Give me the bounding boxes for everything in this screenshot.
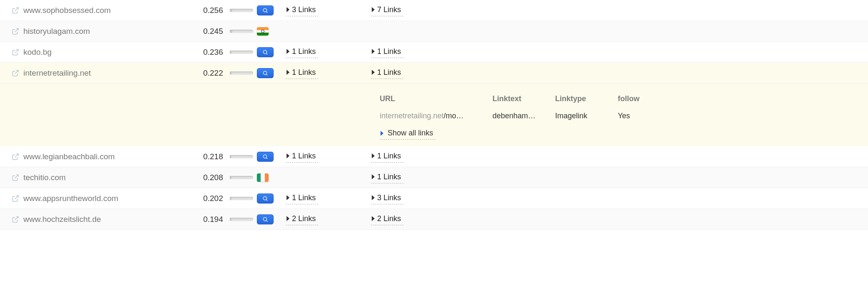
caret-right-icon [372, 216, 375, 221]
domain-link[interactable]: internetretailing.net [23, 69, 91, 78]
links-count-label: 1 Links [377, 47, 401, 56]
badge-cell [257, 5, 284, 15]
links-expander[interactable]: 1 Links [371, 67, 404, 79]
svg-point-5 [263, 217, 266, 221]
detail-linktext: debenham… [492, 112, 551, 120]
external-link-icon [12, 69, 19, 77]
search-badge[interactable] [257, 214, 274, 224]
svg-point-4 [263, 196, 266, 200]
col-url: URL [380, 94, 488, 103]
score-bar [226, 71, 257, 75]
caret-right-icon [287, 216, 289, 221]
score-value: 0.256 [192, 6, 226, 15]
links-col-1: 1 Links [284, 46, 368, 58]
show-all-links[interactable]: Show all links [380, 128, 436, 140]
external-link-icon [12, 48, 19, 56]
caret-right-icon [287, 70, 289, 75]
col-linktype: Linktype [555, 94, 614, 103]
links-count-label: 3 Links [377, 194, 401, 202]
external-link-icon [12, 174, 19, 181]
links-col-1: 2 Links [284, 214, 368, 225]
links-col-2: 2 Links [368, 214, 868, 225]
links-expander[interactable]: 1 Links [371, 46, 404, 58]
links-expander[interactable]: 2 Links [371, 214, 404, 225]
table-row: techitio.com0.2081 Links [0, 167, 868, 188]
links-col-1: 1 Links [284, 151, 368, 163]
links-count-label: 1 Links [377, 173, 401, 181]
links-expander[interactable]: 3 Links [371, 193, 404, 204]
col-linktext: Linktext [492, 94, 551, 103]
table-row: www.legianbeachbali.com0.2181 Links1 Lin… [0, 146, 868, 167]
search-badge[interactable] [257, 194, 274, 204]
badge-cell [257, 152, 284, 162]
score-bar [226, 30, 257, 33]
external-link-icon [12, 7, 19, 14]
link-detail-table: URLLinktextLinktypefollowinternetretaili… [380, 90, 739, 125]
row-expansion: URLLinktextLinktypefollowinternetretaili… [0, 84, 868, 146]
links-col-2: 7 Links [368, 5, 868, 16]
country-flag [257, 173, 269, 182]
external-link-icon [12, 28, 19, 35]
svg-point-2 [263, 71, 266, 74]
domain-link[interactable]: www.hochzeitslicht.de [23, 215, 101, 224]
caret-right-icon [287, 49, 289, 54]
caret-right-icon [287, 7, 289, 12]
country-flag [257, 27, 269, 36]
links-expander[interactable]: 2 Links [286, 214, 318, 225]
links-count-label: 1 Links [377, 68, 401, 77]
links-expander[interactable]: 1 Links [286, 46, 318, 58]
links-count-label: 1 Links [377, 152, 401, 160]
links-col-1: 1 Links [284, 67, 368, 79]
svg-point-0 [263, 8, 266, 12]
show-all-label: Show all links [388, 129, 433, 137]
badge-cell [257, 173, 284, 182]
links-col-1: 3 Links [284, 5, 368, 16]
domain-link[interactable]: www.sophobsessed.com [23, 6, 111, 15]
domain-link[interactable]: historyulagam.com [23, 27, 90, 36]
links-expander[interactable]: 1 Links [286, 67, 318, 79]
detail-follow: Yes [618, 112, 660, 120]
caret-right-icon [372, 153, 375, 158]
table-row: kodo.bg0.2361 Links1 Links [0, 42, 868, 63]
domain-link[interactable]: www.appsruntheworld.com [23, 194, 118, 203]
detail-url: internetretailing.net/mo… [380, 112, 488, 120]
links-expander[interactable]: 1 Links [286, 193, 318, 204]
search-badge[interactable] [257, 68, 274, 78]
search-badge[interactable] [257, 47, 274, 57]
table-row: www.sophobsessed.com0.2563 Links7 Links [0, 0, 868, 21]
caret-right-icon [287, 195, 289, 200]
domain-link[interactable]: kodo.bg [23, 48, 52, 57]
search-badge[interactable] [257, 152, 274, 162]
links-expander[interactable]: 1 Links [371, 172, 404, 183]
links-count-label: 2 Links [292, 214, 316, 223]
links-col-2: 1 Links [368, 151, 868, 163]
caret-right-icon [372, 49, 375, 54]
domain-cell: kodo.bg [0, 48, 192, 57]
search-badge[interactable] [257, 5, 274, 15]
domain-link[interactable]: techitio.com [23, 173, 66, 182]
badge-cell [257, 194, 284, 204]
external-link-icon [12, 216, 19, 223]
detail-header-row: URLLinktextLinktypefollow [380, 90, 739, 107]
links-expander[interactable]: 7 Links [371, 5, 404, 16]
links-col-2: 1 Links [368, 67, 868, 79]
links-count-label: 2 Links [377, 214, 401, 223]
links-expander[interactable]: 3 Links [286, 5, 318, 16]
domain-cell: www.hochzeitslicht.de [0, 215, 192, 224]
links-count-label: 1 Links [292, 194, 316, 202]
links-count-label: 1 Links [292, 68, 316, 77]
links-count-label: 1 Links [292, 152, 316, 160]
domain-link[interactable]: www.legianbeachbali.com [23, 152, 115, 161]
links-expander[interactable]: 1 Links [286, 151, 318, 163]
svg-point-1 [263, 50, 266, 53]
links-col-1: 1 Links [284, 193, 368, 204]
col-follow: follow [618, 94, 660, 103]
score-value: 0.222 [192, 69, 226, 78]
badge-cell [257, 27, 284, 36]
domain-table: www.sophobsessed.com0.2563 Links7 Linksh… [0, 0, 868, 230]
links-expander[interactable]: 1 Links [371, 151, 404, 163]
score-value: 0.202 [192, 194, 226, 203]
caret-right-icon [372, 7, 375, 12]
detail-data-row[interactable]: internetretailing.net/mo…debenham…Imagel… [380, 107, 739, 125]
table-row: www.appsruntheworld.com0.2021 Links3 Lin… [0, 188, 868, 209]
